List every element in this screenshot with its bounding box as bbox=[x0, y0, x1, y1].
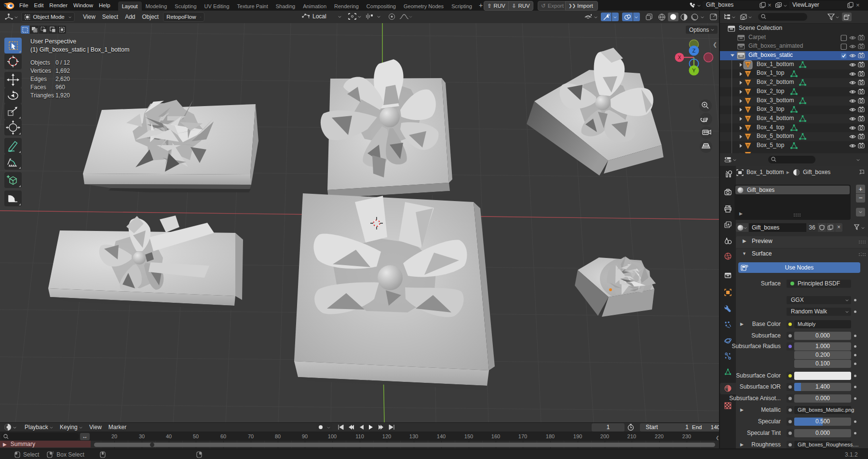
svg-text:X: X bbox=[678, 55, 681, 60]
svg-text:Y: Y bbox=[692, 68, 696, 73]
svg-text:Z: Z bbox=[692, 48, 696, 54]
